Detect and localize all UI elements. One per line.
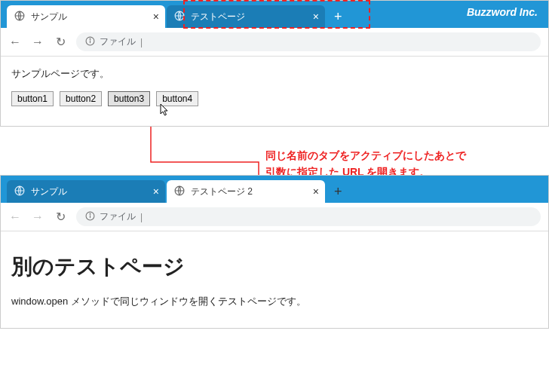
- info-icon: [85, 211, 95, 223]
- caret-icon: |: [140, 212, 143, 222]
- browser-window-1: サンプル × テストページ × + Buzzword Inc. ← → ↻ ファ…: [0, 0, 549, 127]
- page-content: 別のテストページ window.open メソッドで同じウィンドウを開くテストペ…: [1, 231, 548, 328]
- address-text: ファイル: [100, 35, 136, 48]
- tab-label: サンプル: [31, 185, 67, 198]
- toolbar: ← → ↻ ファイル |: [1, 203, 548, 231]
- browser-window-2: サンプル × テストページ 2 × + ← → ↻ ファイル | 別のテストペー…: [0, 175, 549, 329]
- globe-icon: [174, 185, 185, 198]
- button1[interactable]: button1: [11, 91, 54, 106]
- close-icon[interactable]: ×: [153, 185, 159, 198]
- reload-icon[interactable]: ↻: [54, 210, 67, 224]
- new-tab-button[interactable]: +: [327, 184, 350, 203]
- close-icon[interactable]: ×: [313, 11, 319, 23]
- reload-icon[interactable]: ↻: [54, 35, 67, 49]
- tab-label: テストページ: [191, 11, 245, 23]
- tab-label: サンプル: [31, 11, 67, 23]
- svg-point-9: [90, 213, 90, 214]
- tab-strip: サンプル × テストページ × + Buzzword Inc.: [1, 1, 548, 28]
- toolbar: ← → ↻ ファイル |: [1, 28, 548, 57]
- caret-icon: |: [140, 37, 143, 47]
- new-tab-button[interactable]: +: [327, 9, 350, 28]
- close-icon[interactable]: ×: [153, 11, 159, 23]
- page-body: window.open メソッドで同じウィンドウを開くテストページです。: [11, 295, 538, 308]
- button3[interactable]: button3: [108, 91, 150, 106]
- svg-point-4: [90, 38, 90, 39]
- tab-testpage[interactable]: テストページ ×: [167, 5, 325, 28]
- tab-label: テストページ 2: [191, 185, 253, 198]
- globe-icon: [174, 11, 185, 23]
- address-bar[interactable]: ファイル |: [76, 207, 541, 226]
- info-icon: [85, 36, 95, 48]
- page-text: サンプルページです。: [11, 67, 538, 81]
- tab-sample[interactable]: サンプル ×: [7, 180, 165, 203]
- annotation-line1: 同じ名前のタブをアクティブにしたあとで: [265, 147, 466, 164]
- globe-icon: [14, 185, 25, 198]
- forward-icon[interactable]: →: [31, 35, 44, 49]
- address-text: ファイル: [100, 210, 136, 223]
- address-bar[interactable]: ファイル |: [76, 32, 541, 51]
- back-icon[interactable]: ←: [8, 35, 22, 49]
- page-content: サンプルページです。 button1 button2 button3 butto…: [1, 57, 548, 126]
- back-icon[interactable]: ←: [8, 210, 22, 224]
- page-heading: 別のテストページ: [11, 253, 538, 281]
- button-row: button1 button2 button3 button4: [11, 91, 538, 106]
- tab-sample[interactable]: サンプル ×: [7, 5, 165, 28]
- brand-label: Buzzword Inc.: [467, 6, 538, 18]
- forward-icon[interactable]: →: [31, 210, 44, 224]
- cursor-icon: [160, 103, 170, 119]
- button2[interactable]: button2: [60, 91, 102, 106]
- globe-icon: [14, 11, 25, 23]
- close-icon[interactable]: ×: [313, 185, 319, 198]
- tab-strip: サンプル × テストページ 2 × +: [1, 176, 548, 203]
- tab-testpage2[interactable]: テストページ 2 ×: [167, 180, 325, 203]
